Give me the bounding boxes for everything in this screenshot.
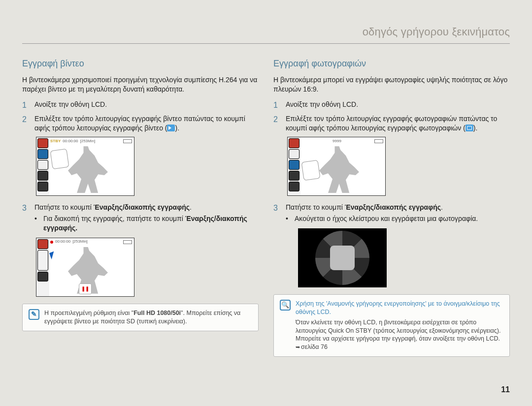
lcd-screenshot-video-recording: 00:00:00 [253Min] [36,238,134,297]
step-text-bold: Έναρξης/διακοπής εγγραφής [345,203,441,211]
shot-count: 9999 [332,139,341,144]
step-number: 1 [22,100,30,111]
step-number: 2 [22,114,30,133]
touch-hand-icon [301,160,321,181]
bullet-dot: • [34,214,39,233]
sub-bullet: • Για διακοπή της εγγραφής, πατήστε το κ… [34,214,259,233]
step-number: 3 [273,203,281,224]
step-text-tail: . [190,203,192,211]
rec-dot-icon [50,241,53,244]
photo-step-2: 2 Επιλέξτε τον τρόπο λειτουργίας εγγραφή… [273,114,510,133]
lcd-screenshot-photo: 9999 [287,137,386,196]
osd-left-pane [288,137,300,195]
time-counter: 00:00:00 [63,139,78,144]
shutter-illustration [298,228,387,287]
step-text-post: ). [473,124,478,132]
remain-label: [253Min] [80,139,95,144]
osd-topbar: 9999 [301,138,383,145]
photo-step-3: 3 Πατήστε το κουμπί Έναρξης/διακοπής εγγ… [273,203,510,224]
note-text-a: Η προεπιλεγμένη ρύθμιση είναι " [44,310,133,316]
step-text: Ανοίξτε την οθόνη LCD. [34,100,259,111]
silhouette-figure [64,146,108,193]
osd-play-icon [289,182,299,191]
photo-step-1: 1 Ανοίξτε την οθόνη LCD. [273,100,510,111]
remain-label: [253Min] [72,239,88,245]
step-text-pre: Επιλέξτε τον τρόπο λειτουργίας εγγραφής … [34,115,245,132]
battery-icon [123,139,132,143]
step-text: Επιλέξτε τον τρόπο λειτουργίας εγγραφής … [34,114,259,133]
osd-mode-icon [37,149,48,159]
pause-button-icon [79,283,92,294]
section-title-photo: Εγγραφή φωτογραφιών [273,58,510,69]
osd-menu-icon [37,160,48,170]
video-step-1: 1 Ανοίξτε την οθόνη LCD. [22,100,259,111]
note-text: Η προεπιλεγμένη ρύθμιση είναι "Full HD 1… [44,309,252,326]
bullet-dot: • [286,214,291,223]
cursor-arrow-icon [49,251,56,260]
osd-record-icon [289,138,299,148]
bullet-text: Για διακοπή της εγγραφής, πατήστε το κου… [43,214,259,233]
osd-play-icon [37,182,48,191]
battery-icon [374,139,383,143]
note-body-text: Όταν κλείνετε την οθόνη LCD, η βιντεοκάμ… [296,319,501,343]
note-heading: Χρήση της 'Αναμονής γρήγορης ενεργοποίησ… [296,300,503,316]
video-step-3: 3 Πατήστε το κουμπί Έναρξης/διακοπής εγγ… [22,203,259,234]
bullet-text: Ακούγεται ο ήχος κλείστρου και εγγράφετα… [295,214,478,223]
battery-icon [123,240,132,244]
step-text-pre: Πατήστε το κουμπί [286,203,345,211]
photo-mode-icon [466,125,473,131]
silhouette-figure [315,146,359,193]
video-mode-icon [167,125,175,131]
step-text-pre: Πατήστε το κουμπί [34,203,94,211]
step-number: 1 [273,100,281,111]
page-header: οδηγός γρήγορου ξεκινήματος [22,25,510,44]
step-number: 3 [22,203,30,234]
osd-record-icon [37,239,48,249]
video-intro: Η βιντεοκάμερα χρησιμοποιεί προηγμένη τε… [22,75,259,94]
osd-zoom-icon [289,171,299,181]
step-number: 2 [273,114,281,133]
lcd-screenshot-video-standby: STBY 00:00:00 [253Min] [36,137,134,196]
note-text-bold: Full HD 1080/50i [133,310,181,316]
step-text: Ανοίξτε την οθόνη LCD. [286,100,510,111]
page-number: 11 [501,384,510,395]
step-text-bold: Έναρξης/διακοπής εγγραφής [94,203,190,211]
osd-left-pane [36,137,49,195]
stby-label: STBY [50,139,61,144]
note-content: Χρήση της 'Αναμονής γρήγορης ενεργοποίησ… [296,300,503,351]
step-text: Επιλέξτε τον τρόπο λειτουργίας εγγραφής … [286,114,510,133]
note-default-setting: Η προεπιλεγμένη ρύθμιση είναι "Full HD 1… [22,304,259,331]
osd-topbar: STBY 00:00:00 [253Min] [50,138,132,145]
osd-zoom-icon [37,272,48,281]
step-text-tail: . [441,203,443,211]
note-magnify-icon [280,300,291,311]
osd-left-pane [36,238,49,296]
photo-intro: Η βιντεοκάμερα μπορεί να εγγράψει φωτογρ… [273,75,510,94]
shutter-iris-icon [315,231,369,285]
time-counter: 00:00:00 [55,239,70,245]
osd-record-icon [37,138,48,148]
bullet-pre: Για διακοπή της εγγραφής, πατήστε το κου… [43,215,185,222]
step-text-post: ). [175,124,179,132]
osd-mode-icon [289,149,299,159]
right-column: Εγγραφή φωτογραφιών Η βιντεοκάμερα μπορε… [273,58,510,357]
step-text: Πατήστε το κουμπί Έναρξης/διακοπής εγγρα… [34,203,259,234]
osd-topbar: 00:00:00 [253Min] [50,239,132,246]
osd-spacer [37,250,48,271]
note-text: Όταν κλείνετε την οθόνη LCD, η βιντεοκάμ… [296,318,503,352]
video-step-2: 2 Επιλέξτε τον τρόπο λειτουργίας εγγραφή… [22,114,259,133]
osd-photo-mode-icon [289,160,299,170]
touch-hand-icon [50,149,69,169]
step-text: Πατήστε το κουμπί Έναρξης/διακοπής εγγρα… [286,203,510,224]
two-column-layout: Εγγραφή βίντεο Η βιντεοκάμερα χρησιμοποι… [22,58,510,357]
section-title-video: Εγγραφή βίντεο [22,58,259,69]
note-quick-on-stby: Χρήση της 'Αναμονής γρήγορης ενεργοποίησ… [273,294,510,357]
osd-zoom-icon [37,171,48,181]
sub-bullet: • Ακούγεται ο ήχος κλείστρου και εγγράφε… [286,214,510,223]
left-column: Εγγραφή βίντεο Η βιντεοκάμερα χρησιμοποι… [22,58,259,357]
note-pencil-icon [29,309,39,320]
page-ref: σελίδα 76 [296,344,328,350]
